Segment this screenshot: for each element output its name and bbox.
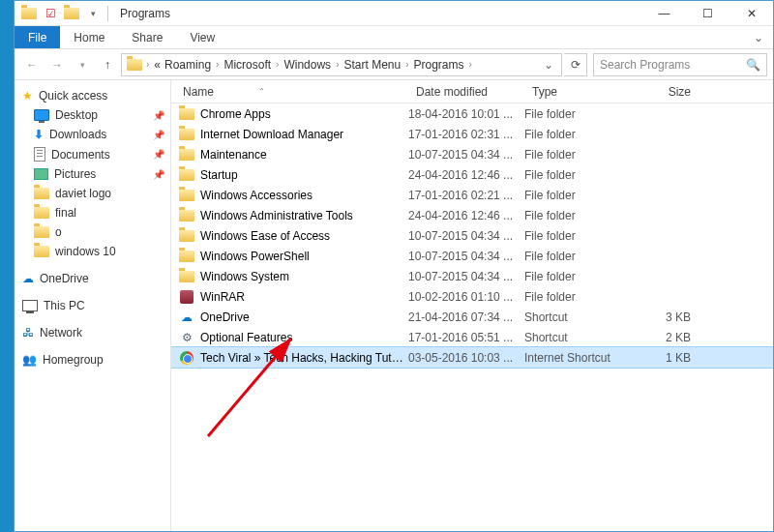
file-rows: Chrome Apps18-04-2016 10:01 ...File fold… <box>171 103 773 368</box>
column-header-size[interactable]: Size <box>631 85 699 99</box>
back-button[interactable]: ← <box>20 53 44 76</box>
breadcrumb-prefix[interactable]: « <box>152 58 163 72</box>
file-row[interactable]: WinRAR10-02-2016 01:10 ...File folder <box>171 286 773 307</box>
document-icon <box>34 147 45 162</box>
file-row[interactable]: Windows PowerShell10-07-2015 04:34 ...Fi… <box>171 246 773 266</box>
file-date: 10-07-2015 04:34 ... <box>408 148 524 162</box>
file-name: Windows Ease of Access <box>196 229 408 243</box>
file-row[interactable]: Internet Download Manager17-01-2016 02:3… <box>171 124 773 144</box>
file-name: Chrome Apps <box>196 107 408 121</box>
network-icon: 🖧 <box>22 326 34 340</box>
file-type: File folder <box>524 290 631 304</box>
breadcrumb-item[interactable]: Start Menu <box>342 58 402 72</box>
sidebar-item-onedrive[interactable]: ☁OneDrive <box>15 269 170 288</box>
sidebar-item-downloads[interactable]: ⬇Downloads📌 <box>15 125 170 144</box>
folder-icon <box>179 230 194 242</box>
file-row[interactable]: Tech Viral » Tech Hacks, Hacking Tutoria… <box>171 347 773 368</box>
chevron-right-icon[interactable]: › <box>466 59 475 70</box>
folder-icon <box>34 188 49 199</box>
file-type: File folder <box>524 270 631 283</box>
folder-icon <box>179 149 194 161</box>
file-date: 18-04-2016 10:01 ... <box>408 107 524 121</box>
file-type: File folder <box>524 128 631 141</box>
file-row[interactable]: Chrome Apps18-04-2016 10:01 ...File fold… <box>171 103 773 124</box>
folder-icon <box>179 129 194 140</box>
sidebar-item-network[interactable]: 🖧Network <box>15 323 170 342</box>
file-type: File folder <box>524 229 631 243</box>
sidebar-item-homegroup[interactable]: 👥Homegroup <box>15 350 170 369</box>
file-row[interactable]: ⚙Optional Features17-01-2016 05:51 ...Sh… <box>171 327 773 347</box>
file-type: Shortcut <box>524 331 631 344</box>
column-header-type[interactable]: Type <box>524 85 631 99</box>
file-row[interactable]: ☁OneDrive21-04-2016 07:34 ...Shortcut3 K… <box>171 307 773 327</box>
folder-icon <box>179 169 194 181</box>
file-name: Internet Download Manager <box>196 128 408 141</box>
tab-share[interactable]: Share <box>118 26 176 48</box>
download-icon: ⬇ <box>34 128 44 141</box>
ribbon-tabs: File Home Share View ⌄ <box>15 26 773 49</box>
file-row[interactable]: Windows System10-07-2015 04:34 ...File f… <box>171 266 773 286</box>
address-bar[interactable]: › « Roaming › Microsoft › Windows › Star… <box>121 53 562 76</box>
sidebar-item-documents[interactable]: Documents📌 <box>15 144 170 164</box>
minimize-button[interactable]: — <box>642 1 686 26</box>
file-row[interactable]: Startup24-04-2016 12:46 ...File folder <box>171 164 773 185</box>
maximize-button[interactable]: ☐ <box>686 1 729 26</box>
tab-home[interactable]: Home <box>60 26 118 48</box>
recent-dropdown-icon[interactable]: ▾ <box>71 53 94 76</box>
sidebar-item-thispc[interactable]: This PC <box>15 296 170 315</box>
file-row[interactable]: Maintenance10-07-2015 04:34 ...File fold… <box>171 144 773 164</box>
qat-properties-icon[interactable]: ☑ <box>42 5 59 22</box>
folder-icon <box>179 210 194 222</box>
file-date: 10-07-2015 04:34 ... <box>408 270 524 283</box>
breadcrumb-item[interactable]: Roaming <box>163 58 213 72</box>
search-input[interactable]: Search Programs 🔍 <box>593 53 767 76</box>
explorer-window: ☑ ▾ Programs — ☐ ✕ File Home Share View … <box>14 0 774 532</box>
navigation-bar: ← → ▾ ↑ › « Roaming › Microsoft › Window… <box>15 49 773 80</box>
breadcrumb-item[interactable]: Microsoft <box>222 58 273 72</box>
folder-icon <box>179 108 194 120</box>
sidebar-item-folder[interactable]: windows 10 <box>15 242 170 261</box>
qat-dropdown-icon[interactable]: ▾ <box>84 5 102 22</box>
desktop-icon <box>34 109 49 121</box>
column-header-name[interactable]: Name⌃ <box>171 85 408 99</box>
folder-icon <box>179 251 194 262</box>
tab-view[interactable]: View <box>176 26 228 48</box>
qat-newfolder-icon[interactable] <box>63 5 80 22</box>
navigation-pane: ★ Quick access Desktop📌 ⬇Downloads📌 Docu… <box>15 80 171 531</box>
file-row[interactable]: Windows Administrative Tools24-04-2016 1… <box>171 205 773 225</box>
refresh-button[interactable]: ⟳ <box>564 53 587 76</box>
breadcrumb-item[interactable]: Windows <box>282 58 333 72</box>
chevron-right-icon[interactable]: › <box>143 59 152 70</box>
sidebar-item-folder[interactable]: daviet logo <box>15 184 170 203</box>
file-name: Maintenance <box>196 148 408 162</box>
sidebar-item-desktop[interactable]: Desktop📌 <box>15 105 170 125</box>
thispc-icon <box>22 300 38 311</box>
file-date: 24-04-2016 12:46 ... <box>408 209 524 222</box>
close-button[interactable]: ✕ <box>729 1 773 26</box>
chevron-right-icon[interactable]: › <box>402 59 411 70</box>
address-dropdown-icon[interactable]: ⌄ <box>540 58 557 72</box>
chevron-right-icon[interactable]: › <box>213 59 222 70</box>
file-row[interactable]: Windows Ease of Access10-07-2015 04:34 .… <box>171 225 773 246</box>
file-date: 17-01-2016 02:31 ... <box>408 128 524 141</box>
address-folder-icon <box>126 56 143 74</box>
tab-file[interactable]: File <box>15 26 60 48</box>
chevron-right-icon[interactable]: › <box>273 59 282 70</box>
ribbon-collapse-icon[interactable]: ⌄ <box>744 26 773 48</box>
chevron-right-icon[interactable]: › <box>333 59 342 70</box>
file-row[interactable]: Windows Accessories17-01-2016 02:21 ...F… <box>171 185 773 205</box>
pin-icon: 📌 <box>153 149 164 160</box>
breadcrumb-item[interactable]: Programs <box>412 58 466 72</box>
quick-access-header[interactable]: ★ Quick access <box>15 86 170 105</box>
file-date: 21-04-2016 07:34 ... <box>408 310 524 324</box>
forward-button[interactable]: → <box>45 53 69 76</box>
sidebar-item-folder[interactable]: o <box>15 222 170 242</box>
sidebar-item-folder[interactable]: final <box>15 203 170 222</box>
file-date: 03-05-2016 10:03 ... <box>408 351 524 365</box>
file-name: Optional Features <box>196 331 408 344</box>
file-date: 10-02-2016 01:10 ... <box>408 290 524 304</box>
sidebar-item-pictures[interactable]: Pictures📌 <box>15 164 170 184</box>
file-name: Startup <box>196 168 408 182</box>
column-header-date[interactable]: Date modified <box>408 85 524 99</box>
up-button[interactable]: ↑ <box>96 53 119 76</box>
